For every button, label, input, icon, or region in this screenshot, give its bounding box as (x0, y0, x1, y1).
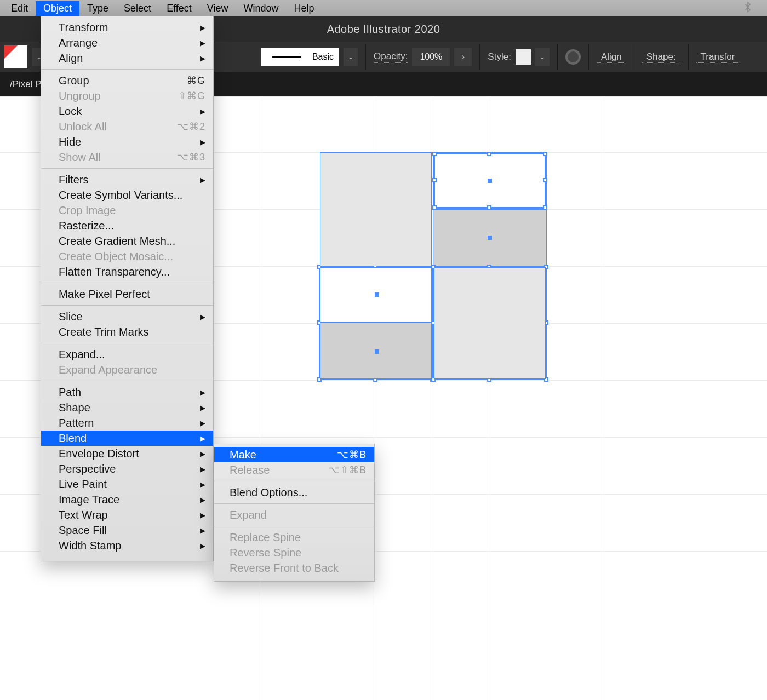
submenu-arrow-icon: ▶ (200, 480, 205, 489)
object-menu-item-group[interactable]: Group⌘G (41, 73, 213, 88)
submenu-arrow-icon: ▶ (200, 434, 205, 443)
menu-item-label: Live Paint (59, 478, 107, 491)
menu-item-label: Blend Options... (230, 486, 307, 499)
menu-item-label: Hide (59, 136, 81, 148)
submenu-arrow-icon: ▶ (200, 419, 205, 427)
menu-item-label: Text Wrap (59, 509, 108, 521)
graphic-style-swatch[interactable] (516, 49, 531, 65)
fill-swatch[interactable] (4, 45, 27, 68)
submenu-arrow-icon: ▶ (200, 526, 205, 535)
menu-item-label: Unlock All (59, 121, 107, 133)
object-menu-item-expand-appearance: Expand Appearance (41, 362, 213, 377)
menu-item-label: Show All (59, 151, 101, 164)
menu-window[interactable]: Window (236, 1, 287, 16)
object-menu-item-image-trace[interactable]: Image Trace▶ (41, 492, 213, 507)
menu-item-label: Create Symbol Variants... (59, 189, 182, 202)
artwork-rect-right-big[interactable] (434, 267, 546, 379)
opacity-step-icon[interactable]: › (454, 48, 472, 66)
menu-item-label: Create Object Mosaic... (59, 250, 173, 263)
object-menu-item-ungroup: Ungroup⇧⌘G (41, 88, 213, 104)
menu-edit[interactable]: Edit (3, 1, 36, 16)
menu-item-label: Perspective (59, 463, 116, 475)
object-menu-item-create-trim-marks[interactable]: Create Trim Marks (41, 324, 213, 340)
submenu-arrow-icon: ▶ (200, 107, 205, 116)
blend-submenu-dropdown: Make⌥⌘BRelease⌥⇧⌘BBlend Options...Expand… (214, 444, 375, 582)
menu-item-label: Reverse Front to Back (230, 562, 339, 575)
menu-item-label: Replace Spine (230, 531, 301, 544)
align-panel-button[interactable]: Align (597, 51, 626, 63)
object-menu-item-lock[interactable]: Lock▶ (41, 104, 213, 119)
menu-item-label: Flatten Transparency... (59, 266, 170, 278)
object-menu-item-perspective[interactable]: Perspective▶ (41, 461, 213, 477)
object-menu-item-text-wrap[interactable]: Text Wrap▶ (41, 507, 213, 523)
recolor-icon[interactable] (565, 49, 581, 65)
object-menu-item-rasterize[interactable]: Rasterize... (41, 218, 213, 233)
menu-item-label: Filters (59, 174, 88, 186)
anchor-point[interactable] (375, 349, 379, 354)
transform-panel-button[interactable]: Transfor (696, 51, 740, 63)
style-label: Style: (488, 51, 511, 62)
object-menu-item-shape[interactable]: Shape▶ (41, 400, 213, 415)
object-menu-item-show-all: Show All⌥⌘3 (41, 150, 213, 165)
menu-item-shortcut: ⌥⌘3 (177, 151, 205, 163)
menu-item-label: Make (230, 449, 256, 461)
submenu-arrow-icon: ▶ (200, 54, 205, 62)
artwork-rect-left-top[interactable] (320, 152, 432, 266)
menu-item-label: Transform (59, 21, 108, 34)
object-menu-item-make-pixel-perfect[interactable]: Make Pixel Perfect (41, 286, 213, 302)
object-menu-item-path[interactable]: Path▶ (41, 385, 213, 400)
menu-item-label: Envelope Distort (59, 447, 139, 460)
stroke-style-dropdown-icon[interactable]: ⌄ (344, 48, 358, 66)
opacity-value[interactable]: 100% (412, 48, 450, 66)
menu-item-label: Make Pixel Perfect (59, 288, 150, 301)
submenu-arrow-icon: ▶ (200, 496, 205, 504)
anchor-point[interactable] (488, 179, 492, 183)
bluetooth-icon[interactable] (744, 1, 752, 16)
menu-select[interactable]: Select (116, 1, 159, 16)
object-menu-item-pattern[interactable]: Pattern▶ (41, 415, 213, 431)
submenu-arrow-icon: ▶ (200, 39, 205, 47)
menu-view[interactable]: View (199, 1, 236, 16)
blend-menu-item-reverse-spine: Reverse Spine (214, 545, 374, 560)
menu-item-label: Slice (59, 311, 82, 323)
menu-item-label: Pattern (59, 417, 94, 429)
object-menu-item-expand[interactable]: Expand... (41, 347, 213, 362)
menu-item-shortcut: ⇧⌘G (178, 90, 205, 102)
object-menu-item-arrange[interactable]: Arrange▶ (41, 35, 213, 50)
object-menu-item-slice[interactable]: Slice▶ (41, 309, 213, 324)
menu-item-label: Create Trim Marks (59, 326, 148, 338)
anchor-point[interactable] (488, 236, 492, 240)
menu-item-shortcut: ⌘G (187, 74, 205, 87)
shape-panel-button[interactable]: Shape: (642, 51, 680, 63)
object-menu-item-blend[interactable]: Blend▶ (41, 431, 213, 446)
menu-item-label: Group (59, 74, 89, 87)
menu-item-label: Expand... (59, 348, 105, 361)
stroke-style-select[interactable]: Basic (261, 48, 339, 66)
blend-menu-item-reverse-front-to-back: Reverse Front to Back (214, 560, 374, 576)
object-menu-item-create-symbol-variants[interactable]: Create Symbol Variants... (41, 187, 213, 203)
object-menu-item-transform[interactable]: Transform▶ (41, 20, 213, 35)
menu-help[interactable]: Help (287, 1, 322, 16)
submenu-arrow-icon: ▶ (200, 24, 205, 32)
menu-object[interactable]: Object (36, 1, 79, 16)
object-menu-item-create-gradient-mesh[interactable]: Create Gradient Mesh... (41, 233, 213, 249)
object-menu-item-space-fill[interactable]: Space Fill▶ (41, 523, 213, 538)
object-menu-item-flatten-transparency[interactable]: Flatten Transparency... (41, 264, 213, 279)
style-dropdown-icon[interactable]: ⌄ (535, 48, 550, 66)
menu-item-shortcut: ⌥⌘2 (177, 121, 205, 133)
menu-item-label: Crop Image (59, 204, 116, 217)
menu-effect[interactable]: Effect (159, 1, 199, 16)
blend-menu-item-release: Release⌥⇧⌘B (214, 462, 374, 478)
object-menu-item-filters[interactable]: Filters▶ (41, 172, 213, 187)
blend-menu-item-blend-options[interactable]: Blend Options... (214, 485, 374, 500)
menu-item-label: Space Fill (59, 524, 107, 537)
anchor-point[interactable] (375, 292, 379, 297)
object-menu-item-width-stamp[interactable]: Width Stamp▶ (41, 538, 213, 553)
menu-type[interactable]: Type (79, 1, 116, 16)
object-menu-item-crop-image: Crop Image (41, 203, 213, 218)
blend-menu-item-make[interactable]: Make⌥⌘B (214, 447, 374, 462)
object-menu-item-live-paint[interactable]: Live Paint▶ (41, 477, 213, 492)
object-menu-item-envelope-distort[interactable]: Envelope Distort▶ (41, 446, 213, 461)
object-menu-item-hide[interactable]: Hide▶ (41, 134, 213, 150)
object-menu-item-align[interactable]: Align▶ (41, 50, 213, 66)
